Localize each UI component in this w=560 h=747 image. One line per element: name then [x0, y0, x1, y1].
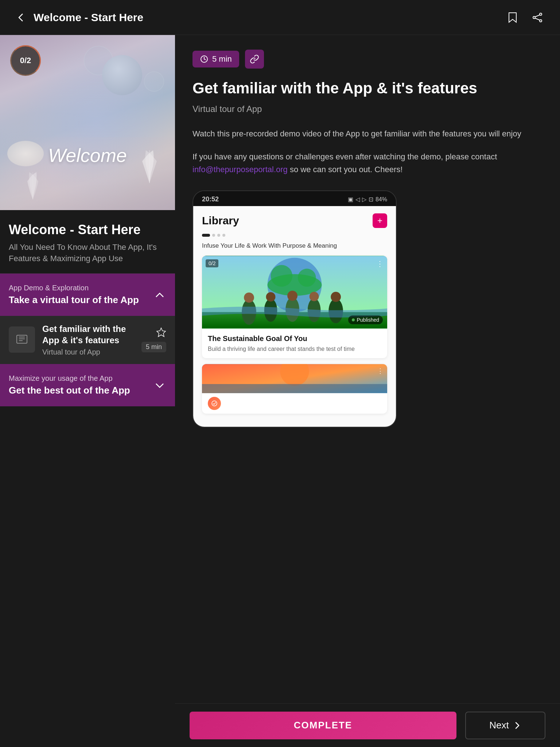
note-after-link: so we can sort you out. Cheers! [288, 165, 403, 174]
svg-point-3 [540, 20, 542, 22]
section-2-label: Maximize your usage of the App [9, 374, 130, 383]
phone-add-button[interactable]: + [373, 213, 387, 228]
phone-published-badge: Published [348, 316, 383, 324]
section-1: App Demo & Exploration Take a virtual to… [0, 273, 175, 364]
svg-point-31 [212, 401, 217, 406]
svg-line-4 [535, 15, 540, 17]
time-tag: 5 min [192, 51, 239, 67]
svg-point-18 [244, 293, 254, 303]
phone-dots [202, 234, 387, 237]
svg-point-20 [266, 292, 276, 302]
phone-card-1[interactable]: 0/2 ⋮ Published The Sustainable Goal Of … [202, 256, 387, 358]
svg-point-24 [310, 292, 319, 301]
course-info: Welcome - Start Here All You Need To Kno… [0, 210, 175, 273]
section-1-header[interactable]: App Demo & Exploration Take a virtual to… [0, 274, 175, 316]
svg-marker-0 [509, 13, 516, 22]
phone-time: 20:52 [202, 196, 219, 203]
course-subtitle: All You Need To Know About The App, It's… [9, 242, 166, 264]
share-button[interactable] [529, 9, 545, 26]
section-1-chevron-up-icon [153, 288, 166, 301]
svg-point-26 [331, 292, 341, 302]
phone-thumb-icon [208, 397, 221, 410]
link-tag-button[interactable] [245, 50, 264, 69]
phone-card-title: The Sustainable Goal Of You [208, 334, 381, 343]
phone-card-menu-icon: ⋮ [376, 259, 384, 268]
main-layout: 0/2 Welcome Welcome - Start Here All You… [0, 35, 560, 747]
tags-row: 5 min [192, 50, 542, 69]
bottom-bar: COMPLETE Next [175, 703, 560, 747]
content-description: Watch this pre-recorded demo video of th… [192, 127, 542, 140]
svg-line-5 [535, 18, 540, 20]
header-left: Welcome - Start Here [15, 11, 143, 24]
phone-status-icons: ▣ ◁ ▷ ⊡ 84% [348, 196, 387, 203]
section-1-label: App Demo & Exploration [9, 284, 139, 292]
svg-rect-30 [202, 384, 387, 393]
lesson-1-bookmark-button[interactable] [156, 327, 166, 339]
phone-header-row: Library + [202, 213, 387, 228]
content-subtitle: Virtual tour of App [192, 104, 542, 114]
bottom-spacer [192, 442, 542, 493]
lesson-item-1[interactable]: Get familiar with the App & it's feature… [0, 316, 175, 364]
phone-card-subtitle: Build a thriving life and career that st… [208, 345, 381, 353]
header-icons [505, 9, 545, 26]
bookmark-button[interactable] [505, 9, 521, 26]
lesson-1-title: Get familiar with the App & it's feature… [42, 323, 134, 346]
lesson-1-duration: 5 min [141, 342, 166, 352]
next-button[interactable]: Next [465, 712, 545, 739]
svg-marker-9 [157, 328, 166, 337]
svg-point-15 [298, 269, 316, 287]
complete-button[interactable]: COMPLETE [190, 712, 456, 739]
header: Welcome - Start Here [0, 0, 560, 35]
right-panel: 5 min Get familiar with the App & it's f… [175, 35, 560, 747]
section-1-title: Take a virtual tour of the App [9, 294, 139, 306]
svg-rect-8 [17, 335, 27, 343]
phone-card-2-menu-icon: ⋮ [377, 367, 384, 375]
section-2-chevron-down-icon [153, 379, 166, 392]
back-button[interactable] [15, 11, 28, 24]
left-panel: 0/2 Welcome Welcome - Start Here All You… [0, 35, 175, 747]
hero-welcome-text: Welcome [0, 144, 175, 166]
svg-point-2 [533, 16, 535, 19]
svg-point-1 [540, 13, 542, 15]
phone-card-1-image: 0/2 ⋮ Published [202, 256, 387, 329]
content-title: Get familiar with the App & it's feature… [192, 79, 542, 98]
course-title: Welcome - Start Here [9, 222, 166, 237]
note-before-link: If you have any questions or challenges … [192, 152, 497, 161]
section-2-header[interactable]: Maximize your usage of the App Get the b… [0, 364, 175, 406]
lesson-1-desc: Virtual tour of App [42, 348, 134, 356]
hero-image: 0/2 Welcome [0, 35, 175, 210]
phone-card-2[interactable]: ⋮ [202, 364, 387, 414]
time-tag-label: 5 min [212, 54, 232, 64]
phone-card-badge: 0/2 [206, 259, 218, 267]
section-2-title: Get the best out of the App [9, 385, 130, 396]
phone-content: Library + Infuse Your Life & Work With P… [193, 206, 396, 427]
phone-status-bar: 20:52 ▣ ◁ ▷ ⊡ 84% [193, 191, 396, 206]
svg-point-14 [271, 265, 293, 287]
svg-point-22 [287, 291, 298, 301]
contact-link[interactable]: info@thepurposeportal.org [192, 165, 288, 174]
lesson-1-icon-box [9, 326, 35, 353]
phone-section-desc: Infuse Your Life & Work With Purpose & M… [202, 242, 387, 250]
phone-card-2-image: ⋮ [202, 364, 387, 393]
content-note: If you have any questions or challenges … [192, 150, 542, 176]
decorative-leaf-2 [22, 169, 44, 203]
phone-mockup: 20:52 ▣ ◁ ▷ ⊡ 84% Library + [192, 190, 397, 427]
header-title: Welcome - Start Here [34, 11, 143, 24]
phone-library-title: Library [202, 214, 239, 227]
progress-badge: 0/2 [10, 45, 41, 76]
